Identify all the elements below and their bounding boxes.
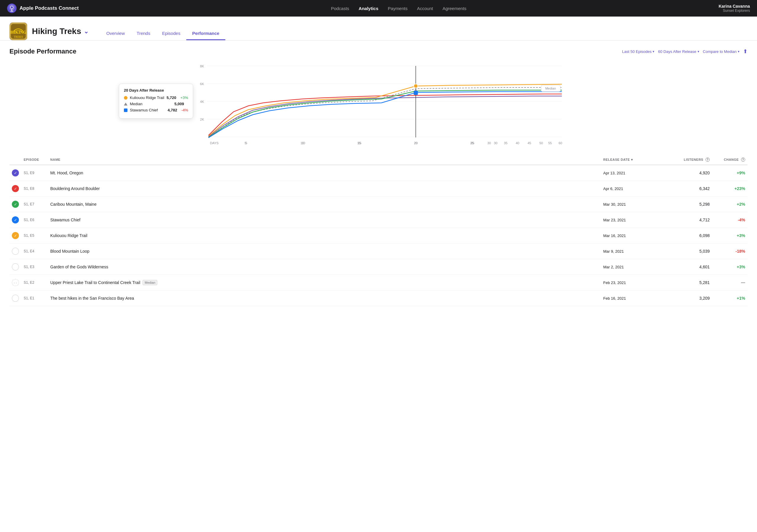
col-name: NAME: [50, 158, 603, 162]
sort-icon: ▾: [631, 158, 633, 162]
episode-change: —: [710, 280, 745, 285]
episode-name: Stawamus Chief: [50, 218, 603, 222]
listeners-help-icon[interactable]: ?: [706, 158, 710, 162]
episode-listeners: 4,920: [662, 170, 710, 175]
episode-name: Caribou Mountain, Maine: [50, 202, 603, 207]
table-row[interactable]: S1, E3 Garden of the Gods Wilderness Mar…: [10, 259, 747, 275]
nav-payments[interactable]: Payments: [388, 6, 408, 11]
main-nav: Podcasts Analytics Payments Account Agre…: [90, 6, 707, 11]
episode-change: +3%: [710, 265, 745, 269]
tab-trends[interactable]: Trends: [131, 27, 156, 40]
episode-listeners: 6,342: [662, 186, 710, 191]
svg-text:5: 5: [245, 141, 246, 145]
svg-text:15: 15: [357, 141, 361, 145]
episode-change: +1%: [710, 296, 745, 301]
compare-filter-label: Compare to Median: [703, 49, 737, 54]
podcast-title[interactable]: Hiking Treks ⌄: [32, 27, 89, 36]
svg-text:4K: 4K: [200, 100, 204, 103]
episodes-filter-button[interactable]: Last 50 Episodes ▾: [622, 49, 655, 54]
episode-badge: [12, 248, 19, 255]
episode-name: Bouldering Around Boulder: [50, 186, 603, 191]
episode-code: S1, E8: [24, 187, 50, 191]
episode-badge: - -: [12, 279, 19, 286]
episode-name: The best hikes in the San Francisco Bay …: [50, 296, 603, 301]
nav-analytics[interactable]: Analytics: [359, 6, 378, 11]
table-row[interactable]: S1, E4 Blood Mountain Loop Mar 9, 2021 5…: [10, 244, 747, 259]
section-header: Episode Performance Last 50 Episodes ▾ 6…: [10, 47, 747, 55]
nav-agreements[interactable]: Agreements: [442, 6, 466, 11]
episode-name: Garden of the Gods Wilderness: [50, 265, 603, 269]
nav-podcasts[interactable]: Podcasts: [331, 6, 349, 11]
col-listeners: LISTENERS ?: [662, 158, 710, 162]
svg-point-40: [414, 84, 418, 88]
compare-filter-button[interactable]: Compare to Median ▾: [703, 49, 740, 54]
svg-text:10: 10: [300, 141, 304, 145]
episode-name: Mt. Hood, Oregon: [50, 170, 603, 175]
episode-release-date: Mar 16, 2021: [603, 233, 662, 238]
user-menu[interactable]: Karina Cavanna Sunset Explorers: [718, 4, 750, 13]
svg-text:DAYS: DAYS: [210, 141, 219, 145]
episode-badge: ✓: [12, 201, 19, 208]
episode-name: Upper Priest Lake Trail to Continental C…: [50, 280, 603, 285]
episode-listeners: 4,601: [662, 265, 710, 269]
user-name: Karina Cavanna: [718, 4, 750, 9]
episode-code: S1, E3: [24, 265, 50, 269]
compare-filter-chevron-icon: ▾: [738, 50, 740, 53]
episode-listeners: 5,298: [662, 202, 710, 207]
change-help-icon[interactable]: ?: [741, 158, 745, 162]
episode-code: S1, E7: [24, 202, 50, 206]
col-release-date[interactable]: RELEASE DATE ▾: [603, 158, 662, 162]
table-row[interactable]: ✓ S1, E9 Mt. Hood, Oregon Apr 13, 2021 4…: [10, 165, 747, 181]
table-row[interactable]: ✓ S1, E5 Kuliouou Ridge Trail Mar 16, 20…: [10, 228, 747, 244]
days-filter-button[interactable]: 60 Days After Release ▾: [658, 49, 699, 54]
episode-listeners: 3,209: [662, 296, 710, 301]
svg-text:20: 20: [414, 141, 417, 145]
episode-change: -4%: [710, 218, 745, 222]
main-content: Episode Performance Last 50 Episodes ▾ 6…: [0, 41, 757, 313]
table-row[interactable]: ✓ S1, E8 Bouldering Around Boulder Apr 6…: [10, 181, 747, 196]
episode-badge: ✓: [12, 185, 19, 192]
podcast-thumbnail: HIKING TREKS: [10, 22, 27, 40]
svg-text:Median: Median: [545, 87, 556, 90]
median-badge: Median: [142, 280, 157, 285]
table-row[interactable]: ✓ S1, E6 Stawamus Chief Mar 23, 2021 4,7…: [10, 212, 747, 228]
tab-overview[interactable]: Overview: [101, 27, 131, 40]
podcast-thumb-art: HIKING TREKS: [10, 22, 27, 40]
tab-performance[interactable]: Performance: [186, 27, 225, 40]
episode-change: +3%: [710, 233, 745, 238]
podcast-tabs: Overview Trends Episodes Performance: [101, 27, 225, 40]
tab-episodes[interactable]: Episodes: [156, 27, 186, 40]
days-filter-label: 60 Days After Release: [658, 49, 696, 54]
svg-text:2K: 2K: [200, 118, 204, 121]
svg-text:45: 45: [528, 141, 531, 145]
episode-release-date: Apr 6, 2021: [603, 187, 662, 191]
episode-name: Kuliouou Ridge Trail: [50, 233, 603, 238]
filter-bar: Last 50 Episodes ▾ 60 Days After Release…: [622, 48, 747, 55]
brand: Apple Podcasts Connect: [7, 4, 79, 13]
svg-text:30: 30: [494, 141, 498, 145]
svg-text:35: 35: [504, 141, 507, 145]
podcast-dropdown-icon: ⌄: [84, 28, 89, 35]
episode-code: S1, E2: [24, 281, 50, 284]
table-row[interactable]: - - S1, E2 Upper Priest Lake Trail to Co…: [10, 275, 747, 290]
nav-account[interactable]: Account: [417, 6, 433, 11]
app-header: Apple Podcasts Connect Podcasts Analytic…: [0, 0, 757, 16]
episode-release-date: Apr 13, 2021: [603, 171, 662, 175]
svg-text:60: 60: [559, 141, 562, 145]
table-row[interactable]: S1, E1 The best hikes in the San Francis…: [10, 290, 747, 306]
episode-change: +2%: [710, 202, 745, 207]
days-filter-chevron-icon: ▾: [698, 50, 699, 53]
svg-point-0: [7, 4, 16, 13]
episode-badge: ✓: [12, 216, 19, 223]
table-row[interactable]: ✓ S1, E7 Caribou Mountain, Maine Mar 30,…: [10, 196, 747, 212]
chart-container: 8K 6K 4K 2K DAYS 5 10 15 20 25 30 5 10 1…: [10, 60, 747, 155]
episodes-table: EPISODE NAME RELEASE DATE ▾ LISTENERS ? …: [10, 155, 747, 306]
episode-code: S1, E5: [24, 233, 50, 238]
episode-listeners: 5,281: [662, 280, 710, 285]
podcast-name: Hiking Treks: [32, 27, 81, 36]
episode-badge: [12, 263, 19, 270]
episode-change: +9%: [710, 170, 745, 175]
export-button[interactable]: ⬆: [743, 48, 747, 55]
brand-title: Apple Podcasts Connect: [19, 5, 79, 11]
episode-code: S1, E9: [24, 171, 50, 175]
